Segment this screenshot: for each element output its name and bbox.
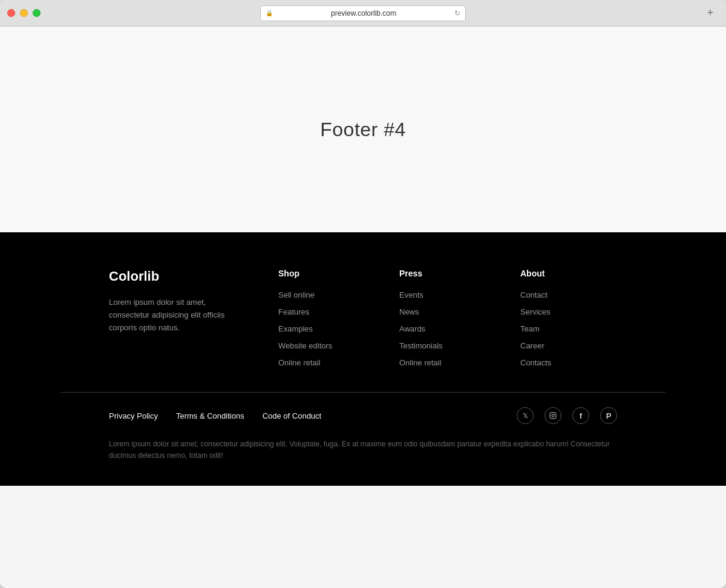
instagram-icon[interactable] bbox=[544, 407, 561, 424]
page-content-area: Footer #4 bbox=[0, 27, 726, 232]
list-item: Examples bbox=[278, 323, 375, 334]
footer-main: Colorlib Lorem ipsum dolor sit amet, con… bbox=[60, 269, 666, 368]
footer-col-shop-title: Shop bbox=[278, 269, 375, 278]
svg-point-2 bbox=[554, 414, 555, 414]
about-link-4[interactable]: Career bbox=[520, 341, 544, 350]
new-tab-button[interactable]: + bbox=[702, 5, 719, 22]
list-item: Sell online bbox=[278, 289, 375, 300]
lock-icon: 🔒 bbox=[266, 10, 273, 16]
press-link-3[interactable]: Awards bbox=[399, 324, 425, 333]
about-link-3[interactable]: Team bbox=[520, 324, 540, 333]
about-link-1[interactable]: Contact bbox=[520, 290, 548, 299]
footer: Colorlib Lorem ipsum dolor sit amet, con… bbox=[0, 232, 726, 486]
shop-link-3[interactable]: Examples bbox=[278, 324, 313, 333]
footer-copyright: Lorem ipsum dolor sit amet, consectetur … bbox=[60, 439, 666, 486]
press-link-5[interactable]: Online retail bbox=[399, 358, 441, 367]
list-item: Team bbox=[520, 323, 617, 334]
footer-description: Lorem ipsum dolor sit amet, consectetur … bbox=[109, 296, 242, 334]
svg-point-1 bbox=[552, 414, 554, 417]
footer-col-about-title: About bbox=[520, 269, 617, 278]
browser-titlebar: 🔒 preview.colorlib.com ↻ + bbox=[0, 0, 726, 27]
code-of-conduct-link[interactable]: Code of Conduct bbox=[263, 411, 322, 420]
press-link-4[interactable]: Testimonials bbox=[399, 341, 443, 350]
terms-conditions-link[interactable]: Terms & Conditions bbox=[176, 411, 244, 420]
refresh-icon[interactable]: ↻ bbox=[454, 9, 460, 18]
footer-columns: Shop Sell online Features Examples Websi… bbox=[278, 269, 617, 368]
shop-link-1[interactable]: Sell online bbox=[278, 290, 315, 299]
footer-column-press: Press Events News Awards Testimonials On… bbox=[399, 269, 496, 368]
footer-col-shop-links: Sell online Features Examples Website ed… bbox=[278, 289, 375, 368]
list-item: Services bbox=[520, 306, 617, 317]
footer-col-about-links: Contact Services Team Career Contacts bbox=[520, 289, 617, 368]
footer-social-icons: 𝕏 f P bbox=[517, 407, 617, 424]
url-text: preview.colorlib.com bbox=[276, 9, 451, 18]
close-button[interactable] bbox=[7, 9, 15, 17]
svg-rect-0 bbox=[550, 413, 556, 419]
list-item: Features bbox=[278, 306, 375, 317]
footer-bottom: Privacy Policy Terms & Conditions Code o… bbox=[60, 393, 666, 439]
shop-link-4[interactable]: Website editors bbox=[278, 341, 332, 350]
press-link-1[interactable]: Events bbox=[399, 290, 424, 299]
url-bar[interactable]: 🔒 preview.colorlib.com ↻ bbox=[260, 5, 466, 21]
list-item: News bbox=[399, 306, 496, 317]
list-item: Contact bbox=[520, 289, 617, 300]
footer-col-press-title: Press bbox=[399, 269, 496, 278]
press-link-2[interactable]: News bbox=[399, 307, 419, 316]
page-title: Footer #4 bbox=[320, 119, 405, 141]
list-item: Awards bbox=[399, 323, 496, 334]
privacy-policy-link[interactable]: Privacy Policy bbox=[109, 411, 158, 420]
list-item: Career bbox=[520, 340, 617, 351]
footer-col-press-links: Events News Awards Testimonials Online r… bbox=[399, 289, 496, 368]
shop-link-5[interactable]: Online retail bbox=[278, 358, 320, 367]
footer-legal-links: Privacy Policy Terms & Conditions Code o… bbox=[109, 411, 321, 420]
browser-frame: 🔒 preview.colorlib.com ↻ + Footer #4 Col… bbox=[0, 0, 726, 588]
about-link-5[interactable]: Contacts bbox=[520, 358, 551, 367]
twitter-icon[interactable]: 𝕏 bbox=[517, 407, 534, 424]
list-item: Online retail bbox=[399, 357, 496, 368]
about-link-2[interactable]: Services bbox=[520, 307, 551, 316]
list-item: Testimonials bbox=[399, 340, 496, 351]
facebook-icon[interactable]: f bbox=[572, 407, 589, 424]
footer-column-about: About Contact Services Team Career Conta… bbox=[520, 269, 617, 368]
footer-logo: Colorlib bbox=[109, 269, 242, 284]
list-item: Contacts bbox=[520, 357, 617, 368]
list-item: Online retail bbox=[278, 357, 375, 368]
pinterest-icon[interactable]: P bbox=[600, 407, 617, 424]
list-item: Website editors bbox=[278, 340, 375, 351]
footer-brand: Colorlib Lorem ipsum dolor sit amet, con… bbox=[109, 269, 242, 368]
footer-column-shop: Shop Sell online Features Examples Websi… bbox=[278, 269, 375, 368]
maximize-button[interactable] bbox=[33, 9, 41, 17]
copyright-text: Lorem ipsum dolor sit amet, consectetur … bbox=[109, 439, 617, 462]
list-item: Events bbox=[399, 289, 496, 300]
shop-link-2[interactable]: Features bbox=[278, 307, 309, 316]
browser-buttons bbox=[7, 9, 41, 17]
minimize-button[interactable] bbox=[20, 9, 28, 17]
